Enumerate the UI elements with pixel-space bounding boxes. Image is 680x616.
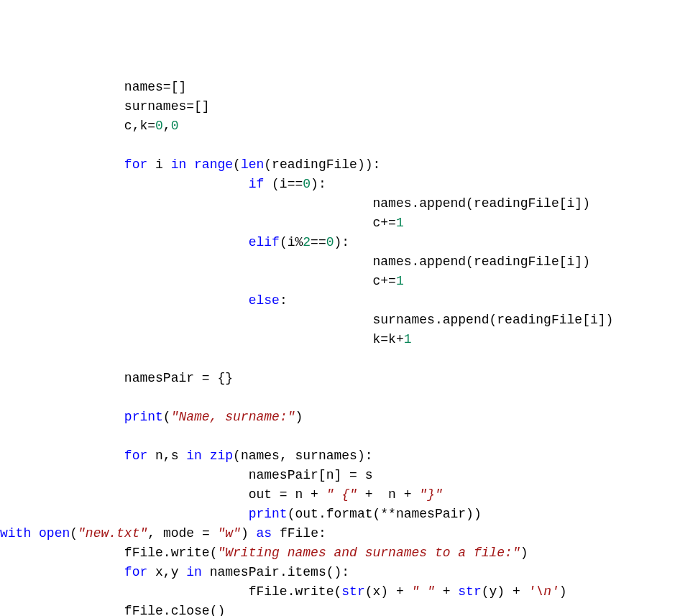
code-line[interactable]: print("Name, surname:")	[0, 408, 680, 427]
code-token: c+=	[372, 216, 395, 230]
code-token: +	[435, 584, 458, 599]
code-token: in	[171, 157, 187, 172]
code-token: x,y	[147, 565, 186, 579]
code-line[interactable]	[0, 427, 680, 446]
code-token: elif	[249, 235, 280, 249]
code-editor[interactable]: names=[] surnames=[] c,k=0,0 for i in ra…	[0, 78, 680, 616]
code-token	[31, 526, 39, 541]
code-token: fFile.write(	[124, 546, 218, 560]
code-line[interactable]: print(out.format(**namesPair))	[0, 505, 680, 524]
code-line[interactable]: names.append(readingFile[i])	[0, 194, 680, 213]
code-line[interactable]: fFile.write("Writing names and surnames …	[0, 543, 680, 563]
code-line[interactable]	[0, 349, 680, 369]
code-token: len	[241, 157, 264, 172]
code-token: namesPair[n] = s	[249, 468, 373, 482]
code-token: ):	[334, 235, 350, 249]
code-token: print	[249, 507, 288, 521]
code-token: )	[295, 410, 303, 424]
code-line[interactable]: c+=1	[0, 213, 680, 233]
code-token: "w"	[218, 526, 241, 541]
code-token: fFile:	[272, 526, 326, 541]
code-token: 0	[326, 235, 334, 249]
code-token: for	[124, 157, 147, 172]
code-line[interactable]	[0, 136, 680, 155]
code-token: if	[249, 177, 265, 191]
code-token: (y) +	[482, 584, 528, 599]
code-token: in	[186, 565, 202, 579]
code-token: as	[257, 526, 272, 541]
code-line[interactable]: for i in range(len(readingFile)):	[0, 155, 680, 175]
code-token: 0	[303, 177, 311, 191]
code-token: surnames=[]	[124, 99, 210, 114]
code-token: names.append(readingFile[i])	[372, 254, 589, 269]
code-token: "}"	[419, 487, 442, 502]
code-token: fFile.close()	[124, 604, 225, 616]
code-line[interactable]: names=[]	[0, 78, 680, 97]
code-token: "new.txt"	[78, 526, 147, 541]
code-line[interactable]: namesPair[n] = s	[0, 466, 680, 485]
code-token: )	[520, 546, 528, 560]
code-line[interactable]: for x,y in namesPair.items():	[0, 563, 680, 582]
code-token: str	[458, 584, 481, 599]
code-line[interactable]: k=k+1	[0, 330, 680, 349]
code-token: c,k=	[124, 119, 155, 133]
code-token: (out.format(**namesPair))	[288, 507, 482, 521]
code-line[interactable]: if (i==0):	[0, 175, 680, 194]
code-token: " {"	[326, 487, 357, 502]
code-token: (	[70, 526, 78, 541]
code-token: n,s	[147, 449, 186, 463]
code-line[interactable]: for n,s in zip(names, surnames):	[0, 446, 680, 466]
code-token: " "	[412, 584, 435, 599]
code-line[interactable]	[0, 388, 680, 408]
code-line[interactable]: c,k=0,0	[0, 116, 680, 136]
code-token: in	[186, 449, 202, 463]
code-token: for	[124, 565, 147, 579]
code-line[interactable]: names.append(readingFile[i])	[0, 252, 680, 272]
code-token: (	[233, 157, 241, 172]
code-token: ):	[311, 177, 326, 191]
code-token: :	[280, 293, 288, 308]
code-line[interactable]: namesPair = {}	[0, 369, 680, 388]
code-token: with	[0, 526, 31, 541]
code-token: zip	[210, 449, 233, 463]
code-token: names.append(readingFile[i])	[372, 196, 589, 211]
code-token: namesPair = {}	[124, 371, 233, 385]
code-token: 0	[155, 119, 163, 133]
code-token: str	[341, 584, 364, 599]
code-token: i	[147, 157, 170, 172]
code-token: fFile.write(	[249, 584, 342, 599]
code-token: k=k+	[372, 332, 403, 346]
code-line[interactable]: surnames.append(readingFile[i])	[0, 311, 680, 330]
code-line[interactable]: out = n + " {" + n + "}"	[0, 485, 680, 505]
code-line[interactable]: else:	[0, 291, 680, 311]
code-token: )	[559, 584, 567, 599]
code-token: )	[241, 526, 257, 541]
code-line[interactable]: fFile.close()	[0, 602, 680, 616]
code-token: '\n'	[528, 584, 559, 599]
code-token: else	[249, 293, 280, 308]
code-token: "Name, surname:"	[171, 410, 295, 424]
code-token: 0	[171, 119, 179, 133]
code-token: open	[39, 526, 70, 541]
code-line[interactable]: fFile.write(str(x) + " " + str(y) + '\n'…	[0, 582, 680, 602]
code-line[interactable]: c+=1	[0, 272, 680, 291]
code-token: + n +	[357, 487, 419, 502]
code-token: (readingFile)):	[264, 157, 380, 172]
code-token: 1	[404, 332, 412, 346]
code-line[interactable]: with open("new.txt", mode = "w") as fFil…	[0, 524, 680, 543]
code-token: ==	[311, 235, 326, 249]
code-token: , mode =	[147, 526, 217, 541]
code-token: (i%	[280, 235, 303, 249]
code-token: 1	[396, 274, 404, 288]
code-token: (names, surnames):	[233, 449, 372, 463]
code-token: print	[124, 410, 163, 424]
code-token: (x) +	[365, 584, 412, 599]
code-token	[186, 157, 194, 172]
code-line[interactable]: surnames=[]	[0, 97, 680, 116]
code-token: surnames.append(readingFile[i])	[372, 313, 613, 327]
code-line[interactable]: elif(i%2==0):	[0, 233, 680, 252]
code-token: range	[194, 157, 233, 172]
code-token: for	[124, 449, 147, 463]
code-token: ,	[163, 119, 171, 133]
code-token: c+=	[372, 274, 395, 288]
